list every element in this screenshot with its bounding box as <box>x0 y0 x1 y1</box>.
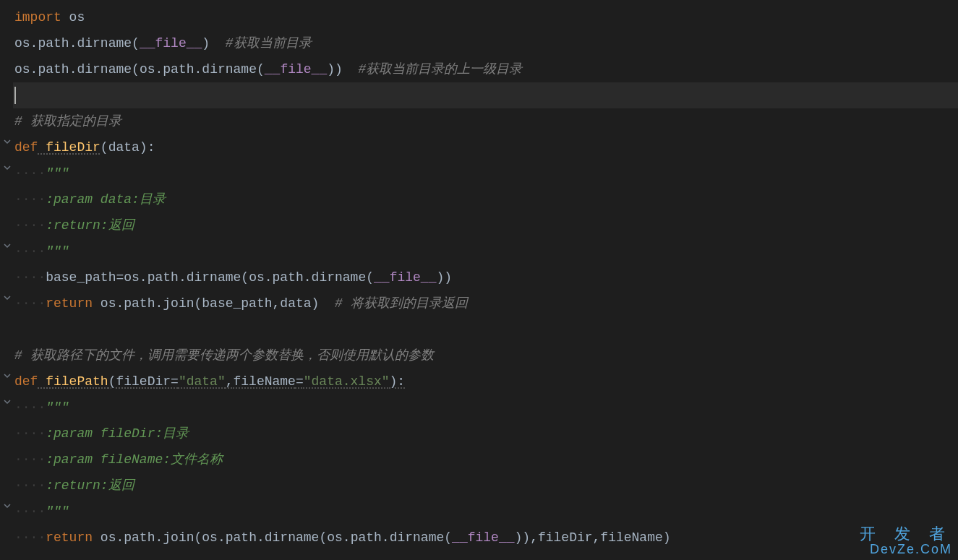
docstring: :param fileName:文件名称 <box>46 452 223 467</box>
fold-icon[interactable] <box>3 137 12 146</box>
string-literal: "data" <box>179 374 226 389</box>
fold-icon[interactable] <box>3 501 12 510</box>
code-line-current[interactable] <box>13 82 958 108</box>
code-line[interactable]: ····return os.path.join(base_path,data) … <box>13 290 958 316</box>
indent: ···· <box>14 452 46 467</box>
cursor <box>14 87 16 104</box>
code-line[interactable]: os.path.dirname(os.path.dirname(__file__… <box>13 56 958 82</box>
keyword: def <box>14 140 38 155</box>
fold-icon[interactable] <box>3 241 12 250</box>
code-line[interactable]: os.path.dirname(__file__) #获取当前目录 <box>13 30 958 56</box>
watermark-line2: DevZe.CoM <box>860 543 952 557</box>
indent: ···· <box>14 296 46 311</box>
comment: #获取当前目录 <box>226 36 312 51</box>
code-editor[interactable]: import os os.path.dirname(__file__) #获取当… <box>0 0 958 560</box>
code-line[interactable]: ····:param fileName:文件名称 <box>13 447 958 473</box>
keyword: import <box>14 10 61 25</box>
fold-icon[interactable] <box>3 163 12 172</box>
indent: ···· <box>14 166 46 181</box>
code-line[interactable]: ····:return:返回 <box>13 212 958 238</box>
code-line[interactable]: ····:return:返回 <box>13 473 958 499</box>
keyword: return <box>46 530 93 545</box>
indent: ···· <box>14 244 46 259</box>
fold-icon[interactable] <box>3 293 12 302</box>
code-line[interactable]: ····base_path=os.path.dirname(os.path.di… <box>13 264 958 290</box>
indent: ···· <box>14 400 46 415</box>
code-line[interactable]: ····return os.path.join(os.path.dirname(… <box>13 525 958 551</box>
docstring: """ <box>46 400 69 415</box>
docstring: :param fileDir:目录 <box>46 426 189 441</box>
comment: #获取当前目录的上一级目录 <box>358 62 522 77</box>
indent: ···· <box>14 504 46 519</box>
code-line[interactable]: # 获取路径下的文件，调用需要传递两个参数替换，否则使用默认的参数 <box>13 343 958 369</box>
identifier: os <box>61 10 85 25</box>
docstring: """ <box>46 244 69 259</box>
indent: ···· <box>14 270 46 285</box>
code-line[interactable]: ····""" <box>13 395 958 421</box>
code-line[interactable]: ····:param fileDir:目录 <box>13 421 958 447</box>
code-area[interactable]: import os os.path.dirname(__file__) #获取当… <box>13 0 958 551</box>
code-line[interactable]: # 获取指定的目录 <box>13 108 958 134</box>
indent: ···· <box>14 426 46 441</box>
indent: ···· <box>14 530 46 545</box>
comment: # 将获取到的目录返回 <box>335 296 468 311</box>
gutter <box>0 0 13 560</box>
code-line[interactable]: ····""" <box>13 160 958 186</box>
docstring: :return:返回 <box>46 478 134 493</box>
fold-icon[interactable] <box>3 371 12 380</box>
indent: ···· <box>14 192 46 207</box>
code-line[interactable]: ····""" <box>13 238 958 264</box>
keyword: return <box>46 296 93 311</box>
docstring: :param data:目录 <box>46 192 166 207</box>
code-line[interactable]: ····:param data:目录 <box>13 186 958 212</box>
docstring: """ <box>46 504 69 519</box>
code-text: os <box>14 36 30 51</box>
docstring: :return:返回 <box>46 218 134 233</box>
comment: # 获取指定的目录 <box>14 114 121 129</box>
indent: ···· <box>14 218 46 233</box>
watermark: 开 发 者 DevZe.CoM <box>860 525 952 557</box>
keyword: def <box>14 374 38 389</box>
fold-icon[interactable] <box>3 397 12 406</box>
string-literal: "data.xlsx" <box>304 374 390 389</box>
function-name: fileDir <box>38 140 100 155</box>
comment: # 获取路径下的文件，调用需要传递两个参数替换，否则使用默认的参数 <box>14 348 434 363</box>
docstring: """ <box>46 166 69 181</box>
code-line[interactable]: def filePath(fileDir="data",fileName="da… <box>13 369 958 395</box>
code-line[interactable]: import os <box>13 4 958 30</box>
code-line[interactable] <box>13 316 958 343</box>
indent: ···· <box>14 478 46 493</box>
code-line[interactable]: def fileDir(data): <box>13 134 958 160</box>
function-name: filePath <box>38 374 108 389</box>
code-line[interactable]: ····""" <box>13 499 958 525</box>
watermark-line1: 开 发 者 <box>860 525 952 543</box>
